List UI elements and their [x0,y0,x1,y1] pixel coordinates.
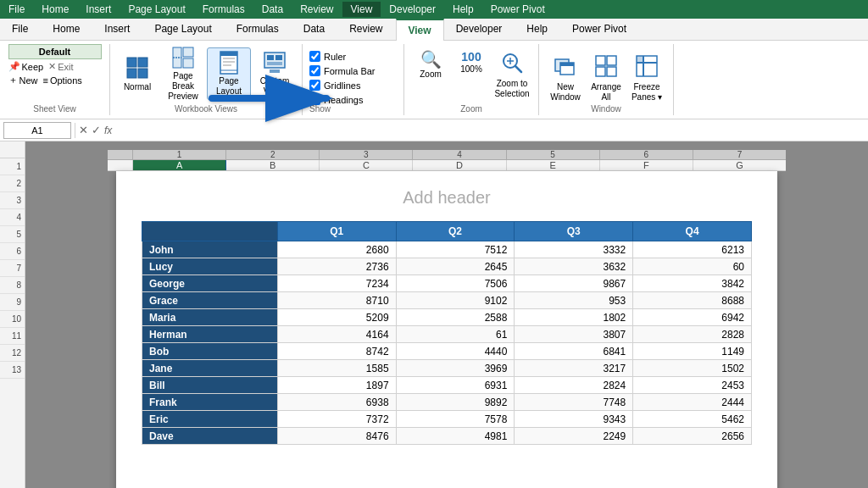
table-row[interactable]: Eric 7372 7578 9343 5462 [142,411,752,428]
menu-help[interactable]: Help [444,2,482,17]
menu-formulas[interactable]: Formulas [194,2,253,17]
table-row[interactable]: Herman 4164 61 3807 2828 [142,326,752,343]
cell-q1[interactable]: 7372 [277,411,396,428]
table-row[interactable]: Bill 1897 6931 2824 2453 [142,377,752,394]
table-row[interactable]: George 7234 7506 9867 3842 [142,275,752,292]
cell-name[interactable]: John [142,241,278,258]
cell-q1[interactable]: 2680 [277,241,396,258]
cell-q4[interactable]: 6213 [633,241,752,258]
col-header-C[interactable]: C [320,160,413,170]
ruler-checkbox[interactable]: Ruler [309,51,346,62]
gridlines-checkbox-input[interactable] [309,80,320,91]
enter-formula-icon[interactable]: ✓ [92,124,101,136]
cell-q4[interactable]: 8688 [633,292,752,309]
cell-q1[interactable]: 8476 [277,428,396,445]
new-window-button[interactable]: NewWindow [546,47,585,100]
cell-q1[interactable]: 8742 [277,343,396,360]
cell-name[interactable]: Eric [142,411,278,428]
tab-help[interactable]: Help [515,18,560,40]
cell-name[interactable]: Frank [142,394,278,411]
cell-name[interactable]: Dave [142,428,278,445]
menu-developer[interactable]: Developer [381,2,444,17]
table-row[interactable]: Grace 8710 9102 953 8688 [142,292,752,309]
cell-q3[interactable]: 7748 [515,394,633,411]
menu-review[interactable]: Review [292,2,342,17]
cancel-formula-icon[interactable]: ✕ [79,124,88,136]
col-header-B[interactable]: B [226,160,320,170]
cell-q3[interactable]: 6841 [515,343,633,360]
table-row[interactable]: Lucy 2736 2645 3632 60 [142,258,752,275]
cell-q1[interactable]: 4164 [277,326,396,343]
cell-name[interactable]: Herman [142,326,278,343]
table-row[interactable]: Maria 5209 2588 1802 6942 [142,309,752,326]
cell-q2[interactable]: 2645 [396,258,515,275]
menu-power-pivot[interactable]: Power Pivot [482,2,554,17]
cell-q1[interactable]: 5209 [277,309,396,326]
cell-q1[interactable]: 1585 [277,360,396,377]
cell-q4[interactable]: 3842 [633,275,752,292]
cell-name[interactable]: Maria [142,309,278,326]
cell-q1[interactable]: 2736 [277,258,396,275]
tab-home[interactable]: Home [41,18,92,40]
cell-q3[interactable]: 2824 [515,377,633,394]
col-header-G[interactable]: G [693,160,786,170]
cell-q4[interactable]: 2444 [633,394,752,411]
menu-insert[interactable]: Insert [77,2,120,17]
cell-q2[interactable]: 7512 [396,241,515,258]
menu-home[interactable]: Home [33,2,77,17]
cell-q2[interactable]: 7506 [396,275,515,292]
col-header-D[interactable]: D [413,160,506,170]
cell-q1[interactable]: 1897 [277,377,396,394]
tab-insert[interactable]: Insert [92,18,142,40]
exit-button[interactable]: ✕ Exit [48,61,73,72]
cell-q2[interactable]: 4981 [396,428,515,445]
col-header-E[interactable]: E [507,160,600,170]
cell-q3[interactable]: 9343 [515,411,633,428]
cell-q4[interactable]: 1149 [633,343,752,360]
cell-q4[interactable]: 6942 [633,309,752,326]
table-row[interactable]: Bob 8742 4440 6841 1149 [142,343,752,360]
cell-q2[interactable]: 3969 [396,360,515,377]
page-layout-button[interactable]: PageLayout [207,47,251,100]
menu-file[interactable]: File [0,2,33,17]
cell-name[interactable]: Jane [142,360,278,377]
cell-q1[interactable]: 6938 [277,394,396,411]
cell-q2[interactable]: 7578 [396,411,515,428]
col-header-F[interactable]: F [600,160,693,170]
menu-data[interactable]: Data [253,2,292,17]
cell-q3[interactable]: 1802 [515,309,633,326]
zoom-100-button[interactable]: 100 100% [452,47,491,100]
gridlines-checkbox[interactable]: Gridlines [309,80,360,91]
cell-q3[interactable]: 953 [515,292,633,309]
keep-button[interactable]: 📌 Keep [8,61,44,72]
arrange-all-button[interactable]: ArrangeAll [587,47,626,100]
tab-page-layout[interactable]: Page Layout [142,18,224,40]
tab-file[interactable]: File [0,18,41,40]
cell-q3[interactable]: 3807 [515,326,633,343]
table-row[interactable]: Frank 6938 9892 7748 2444 [142,394,752,411]
cell-name[interactable]: George [142,275,278,292]
formula-input[interactable] [115,125,865,136]
tab-power-pivot[interactable]: Power Pivot [560,18,639,40]
cell-q3[interactable]: 3332 [515,241,633,258]
formula-bar-checkbox-input[interactable] [309,65,320,76]
cell-q2[interactable]: 4440 [396,343,515,360]
options-button[interactable]: ≡ Options [43,74,82,86]
menu-page-layout[interactable]: Page Layout [120,2,193,17]
cell-q3[interactable]: 2249 [515,428,633,445]
ruler-checkbox-input[interactable] [309,51,320,62]
tab-formulas[interactable]: Formulas [225,18,292,40]
tab-developer[interactable]: Developer [444,18,515,40]
cell-q1[interactable]: 8710 [277,292,396,309]
table-row[interactable]: Dave 8476 4981 2249 2656 [142,428,752,445]
cell-q2[interactable]: 6931 [396,377,515,394]
cell-q3[interactable]: 9867 [515,275,633,292]
table-row[interactable]: John 2680 7512 3332 6213 [142,241,752,258]
cell-q4[interactable]: 5462 [633,411,752,428]
cell-name[interactable]: Grace [142,292,278,309]
name-box[interactable] [3,122,71,139]
cell-q1[interactable]: 7234 [277,275,396,292]
cell-q4[interactable]: 1502 [633,360,752,377]
cell-q2[interactable]: 2588 [396,309,515,326]
tab-data[interactable]: Data [292,18,337,40]
